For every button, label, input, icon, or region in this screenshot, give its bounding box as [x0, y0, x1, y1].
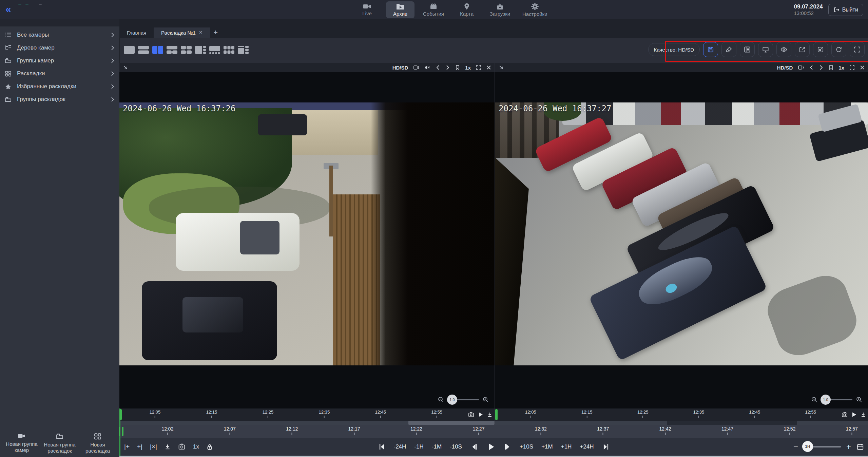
next-icon[interactable]: [819, 65, 824, 70]
nav-downloads[interactable]: Загрузки: [486, 1, 514, 18]
pane-fullscreen-icon[interactable]: [849, 65, 855, 70]
layout-1-button[interactable]: [123, 45, 135, 55]
layout-1-plus-mixed-button[interactable]: [237, 45, 249, 55]
camera-2-timeline-scrollbar[interactable]: [495, 421, 868, 425]
zoom-slider[interactable]: 1.0: [448, 399, 479, 400]
layout-1-plus-3-button[interactable]: [195, 45, 206, 55]
scale-slider[interactable]: 1H: [804, 446, 841, 448]
camera-pane-2[interactable]: HD/SD 1x 2024-06: [495, 63, 868, 408]
sidebar-item-camera-groups[interactable]: Группы камер: [0, 54, 119, 67]
jump-back-1h[interactable]: -1H: [414, 443, 423, 450]
sidebar-collapse-button[interactable]: «: [5, 4, 11, 14]
camera-1-video[interactable]: 2024-06-26 Wed 16:37:26: [119, 102, 495, 365]
next-icon[interactable]: [445, 65, 450, 70]
pane-fullscreen-icon[interactable]: [476, 65, 481, 70]
skip-to-end-icon[interactable]: [602, 443, 610, 451]
calendar-icon[interactable]: [856, 443, 864, 451]
layout-2-rows-button[interactable]: [138, 45, 149, 55]
refresh-button[interactable]: [831, 42, 846, 57]
sidebar-item-layouts[interactable]: Раскладки: [0, 67, 119, 80]
jump-fwd-1h[interactable]: +1H: [561, 443, 572, 450]
drag-corner-icon[interactable]: [123, 65, 128, 70]
download-icon[interactable]: [487, 412, 493, 417]
zoom-slider-knob[interactable]: 1.0: [821, 395, 831, 405]
download-icon[interactable]: [861, 412, 866, 417]
zoom-in-icon[interactable]: [856, 396, 863, 403]
bookmark-icon[interactable]: [829, 65, 833, 70]
camera-2-timeline[interactable]: 12:05 12:15 12:25 12:35 12:45 12:55: [495, 408, 868, 421]
camera-2-video[interactable]: 2024-06-26 Wed 16:37:27: [495, 102, 868, 365]
fullscreen-button[interactable]: [850, 42, 865, 57]
frame-icon[interactable]: [798, 65, 804, 70]
jump-fwd-10s[interactable]: +10S: [520, 443, 533, 450]
playback-speed[interactable]: 1x: [838, 65, 844, 71]
nav-archive[interactable]: Архив: [386, 1, 414, 18]
skip-to-start-icon[interactable]: [378, 443, 386, 451]
zoom-out-icon[interactable]: [438, 396, 444, 403]
sidebar-item-favorite-layouts[interactable]: Избранные раскладки: [0, 80, 119, 93]
sidebar-item-camera-tree[interactable]: Дерево камер: [0, 41, 119, 54]
camera-2-playhead-marker[interactable]: [495, 409, 498, 420]
monitor-button[interactable]: [758, 42, 773, 57]
step-back-icon[interactable]: [470, 443, 478, 451]
play-icon[interactable]: [478, 412, 483, 417]
zoom-slider-knob[interactable]: 1.0: [447, 395, 457, 405]
jump-back-1m[interactable]: -1M: [432, 443, 442, 450]
resize-button[interactable]: [813, 42, 828, 57]
scale-minus-button[interactable]: −: [793, 442, 798, 452]
jump-back-10s[interactable]: -10S: [450, 443, 462, 450]
quality-button[interactable]: Качество: HD/SD: [648, 43, 700, 56]
quality-toggle[interactable]: HD/SD: [392, 65, 408, 71]
tab-layout-1[interactable]: Раскладка №1 ×: [154, 27, 210, 38]
scale-plus-button[interactable]: +: [846, 442, 851, 452]
add-tab-button[interactable]: +: [210, 27, 221, 38]
layout-1-2-button[interactable]: [166, 45, 178, 55]
camera-1-playhead-marker[interactable]: [119, 409, 122, 420]
scale-slider-knob[interactable]: 1H: [802, 441, 813, 452]
visibility-button[interactable]: [776, 42, 791, 57]
jump-back-24h[interactable]: -24H: [394, 443, 406, 450]
tab-home[interactable]: Главная: [119, 27, 154, 38]
jump-fwd-1m[interactable]: +1M: [541, 443, 553, 450]
layout-1-plus-5-button[interactable]: [209, 45, 220, 55]
layout-3x2-button[interactable]: [223, 45, 235, 55]
logout-button[interactable]: Выйти: [828, 4, 863, 16]
step-forward-icon[interactable]: [503, 443, 512, 451]
scrollbar-thumb[interactable]: [408, 421, 495, 425]
snapshot-icon[interactable]: [468, 412, 474, 417]
camera-1-timeline-scrollbar[interactable]: [119, 421, 495, 425]
close-pane-icon[interactable]: [860, 65, 865, 70]
playback-speed[interactable]: 1x: [465, 65, 471, 71]
frame-icon[interactable]: [413, 65, 419, 70]
log-panel-button[interactable]: [740, 42, 755, 57]
brush-button[interactable]: [721, 42, 736, 57]
zoom-slider[interactable]: 1.0: [821, 399, 852, 400]
speaker-muted-icon[interactable]: [424, 65, 430, 70]
nav-map[interactable]: Карта: [452, 1, 481, 18]
play-button[interactable]: [486, 442, 495, 451]
layout-2-cols-button-active[interactable]: [152, 45, 163, 55]
nav-live[interactable]: Live: [353, 1, 381, 18]
new-camera-group-button[interactable]: Новая группа камер: [3, 433, 41, 455]
close-tab-icon[interactable]: ×: [199, 29, 202, 36]
layout-2x2-button[interactable]: [180, 45, 192, 55]
prev-icon[interactable]: [436, 65, 440, 70]
prev-icon[interactable]: [809, 65, 814, 70]
close-pane-icon[interactable]: [486, 65, 491, 70]
zoom-in-icon[interactable]: [482, 396, 489, 403]
zoom-out-icon[interactable]: [811, 396, 818, 403]
master-playhead-marker[interactable]: [119, 427, 124, 436]
nav-events[interactable]: События: [419, 1, 448, 18]
camera-1-timeline[interactable]: 12:05 12:15 12:25 12:35 12:45 12:55: [119, 408, 495, 421]
play-icon[interactable]: [852, 412, 856, 417]
share-button[interactable]: [795, 42, 810, 57]
snapshot-icon[interactable]: [842, 412, 848, 417]
jump-fwd-24h[interactable]: +24H: [580, 443, 594, 450]
quality-toggle[interactable]: HD/SD: [777, 65, 793, 71]
save-layout-button[interactable]: [703, 42, 718, 57]
drag-corner-icon[interactable]: [499, 65, 504, 70]
sidebar-item-all-cameras[interactable]: Все камеры: [0, 28, 119, 41]
sidebar-item-layout-groups[interactable]: Группы раскладок: [0, 93, 119, 106]
camera-pane-1[interactable]: HD/SD 1x 2024-06-26 W: [119, 63, 495, 408]
master-timeline[interactable]: 12:02 12:07 12:12 12:17 12:22 12:27 12:3…: [119, 425, 868, 438]
